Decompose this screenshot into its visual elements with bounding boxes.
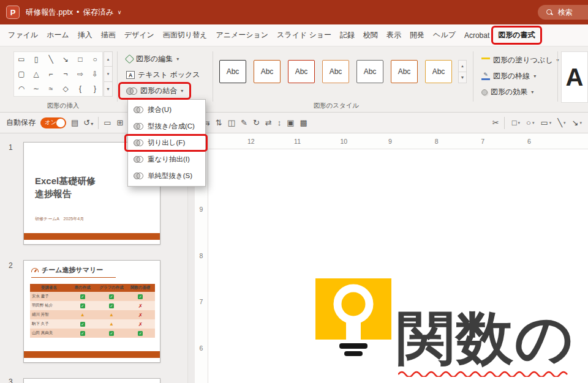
block-arrow-right-icon[interactable]: ⇨ [77,70,83,78]
menu-item-union[interactable]: 接合(U) [128,102,205,118]
x-mark-icon: ✗ [138,312,143,318]
line-arrow-icon[interactable]: ↘ [62,56,69,63]
vertical-text-box-icon[interactable]: ▯ [34,56,39,63]
rotate-icon[interactable]: ↻ [253,119,260,127]
autosave-toggle[interactable]: オン [40,117,66,128]
tab-insert[interactable]: 挿入 [74,26,97,44]
tab-help[interactable]: ヘルプ [429,26,460,44]
elbow-arrow-connector-icon[interactable]: ¬ [63,70,67,78]
shape-style-tile[interactable]: Abc [219,60,246,83]
menu-item-label: 型抜き/合成(C) [148,122,195,131]
search-box[interactable]: 検索 [538,5,588,20]
tab-transitions[interactable]: 画面切り替え [159,26,212,44]
menu-item-subtract[interactable]: 単純型抜き(S) [128,168,205,184]
menu-item-intersect[interactable]: 重なり抽出(I) [128,151,205,168]
search-label: 検索 [558,7,573,18]
tab-shape-format[interactable]: 図形の書式 [494,26,539,44]
table-row: 安永 慶子✓✓✓ [30,292,155,301]
lightbulb-icon[interactable] [315,278,391,340]
shape-style-tile[interactable]: Abc [425,60,452,83]
merge-shapes-button[interactable]: 図形の結合 ▾ [123,84,187,97]
tab-record[interactable]: 記録 [336,26,359,44]
select-objects-icon[interactable]: ▣ [287,119,294,127]
triangle-icon[interactable]: △ [33,70,39,78]
slide-canvas[interactable]: 関数の [208,149,588,383]
left-brace-icon[interactable]: { [79,85,81,92]
undo-icon[interactable]: ↺▾ [83,118,93,127]
title-bar: P 研修報告.pptx • 保存済み ∨ 検索 [0,0,588,24]
flip-vertical-icon[interactable]: ↕ [277,119,282,127]
text-box-button[interactable]: A テキスト ボックス [123,69,204,81]
shape-style-tile[interactable]: Abc [322,60,349,83]
crop-icon[interactable]: ✂ [492,118,499,127]
arrow-tool[interactable]: ↘ [572,119,582,127]
shape-fill-button[interactable]: 図形の塗りつぶし ▾ [478,54,562,67]
arc-icon[interactable]: ◠ [18,85,24,92]
rectangle-tool[interactable]: □ [512,119,520,127]
insert-shapes-group-label: 図形の挿入 [13,102,113,110]
tab-acrobat[interactable]: Acrobat [460,28,494,43]
menu-item-fragment[interactable]: 切り出し(F) [128,135,205,151]
distribute-vertical-icon[interactable]: ⇅ [216,119,222,127]
document-title[interactable]: 研修報告.pptx • 保存済み ∨ [26,0,121,24]
thumb2-table: 受講者名表の作成グラフの作成関数の基礎安永 慶子✓✓✓羽田野 祐介✓✓✗細川 芳… [30,284,155,338]
columns-icon[interactable]: ◫ [228,119,235,127]
shape-outline-button[interactable]: ✎ 図形の枠線 ▾ [478,70,540,83]
rounded-rectangle-icon[interactable]: ▢ [18,70,24,78]
styles-more-button[interactable]: ▼ [458,72,467,84]
slide-3-thumbnail[interactable] [23,378,160,383]
chevron-down-icon: ▾ [533,73,536,79]
right-brace-icon[interactable]: } [94,85,96,92]
tab-design[interactable]: デザイン [120,26,159,44]
shapes-gallery-scroll: ▴ ▾ ▼ [104,51,113,97]
tab-home[interactable]: ホーム [42,26,74,44]
shape-effects-button[interactable]: 図形の効果 ▾ [478,86,537,99]
styles-up-button[interactable]: ▴ [458,60,467,72]
gallery-up-button[interactable]: ▴ [104,51,113,67]
shape-style-tile[interactable]: Abc [391,60,418,83]
rectangle-icon[interactable]: □ [78,56,82,63]
tab-file[interactable]: ファイル [4,26,42,44]
gallery-down-button[interactable]: ▾ [104,67,113,81]
tab-review[interactable]: 校閲 [359,26,382,44]
powerpoint-icon[interactable]: P [6,6,20,19]
shape-style-tile[interactable]: Abc [288,60,315,83]
wordart-style-button[interactable]: A [561,51,588,103]
tab-view[interactable]: 表示 [382,26,405,44]
save-icon[interactable]: ▤ [71,118,78,127]
elbow-connector-icon[interactable]: ⌐ [48,70,53,78]
slide-heading-text[interactable]: 関数の [397,300,575,377]
ribbon-tab-bar: ファイル ホーム 挿入 描画 デザイン 画面切り替え アニメーション スライド … [0,24,588,46]
scribble-icon[interactable]: ≈ [49,85,53,92]
tab-draw[interactable]: 描画 [97,26,120,44]
table-row: 駒下 久子✓▲✗ [30,319,155,329]
curve-icon[interactable]: ∼ [33,85,39,92]
shape-styles-group-label: 図形のスタイル [219,102,453,110]
table-icon[interactable]: ⊞ [117,119,124,127]
text-box-icon[interactable]: ▭ [18,56,24,63]
search-icon [546,9,553,16]
slide-2-title: チーム進捗サマリー [31,266,103,275]
line-icon[interactable]: ╲ [48,56,53,63]
table-row: 細川 芳智▲▲✗ [30,310,155,319]
tab-slideshow[interactable]: スライド ショー [273,26,336,44]
gallery-more-button[interactable]: ▼ [104,82,113,97]
oval-icon[interactable]: ○ [92,56,97,63]
oval-tool[interactable]: ○ [526,119,534,127]
draw-icon[interactable]: ✎ [241,119,247,127]
block-arrow-down-icon[interactable]: ⇩ [92,70,98,78]
edit-shape-button[interactable]: 図形の編集 ▾ [123,53,183,65]
shape-style-tile[interactable]: Abc [356,60,383,83]
freeform-icon[interactable]: ◇ [62,85,68,92]
tab-developer[interactable]: 開発 [405,26,429,44]
slide-2-thumbnail[interactable]: チーム進捗サマリー 受講者名表の作成グラフの作成関数の基礎安永 慶子✓✓✓羽田野… [23,260,160,363]
text-box-tool-icon[interactable]: ▭ [104,119,111,127]
tab-animations[interactable]: アニメーション [211,26,273,44]
shape-style-tile[interactable]: Abc [254,60,281,83]
callout-tool[interactable]: ▭ [540,119,551,127]
line-tool[interactable]: ╲ [557,119,565,127]
pattern-icon[interactable]: ▩ [300,119,307,127]
flip-horizontal-icon[interactable]: ⇄ [265,119,272,127]
menu-item-combine[interactable]: 型抜き/合成(C) [128,118,205,135]
gauge-icon [31,268,39,272]
